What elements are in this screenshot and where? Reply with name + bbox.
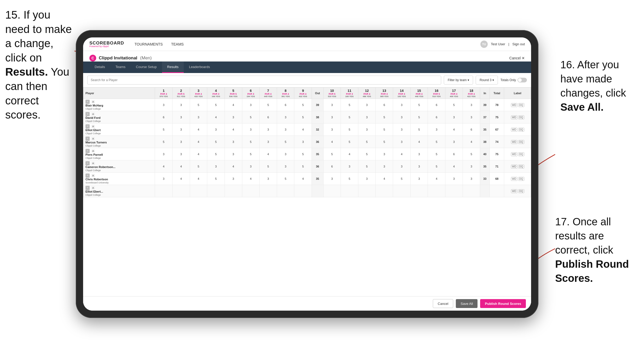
tab-results[interactable]: Results: [162, 61, 184, 73]
score-back-11[interactable]: 5: [341, 124, 358, 136]
score-back-12[interactable]: 3: [358, 111, 376, 124]
score-back-16[interactable]: 6: [428, 99, 445, 111]
score-front-6[interactable]: 5: [242, 111, 260, 124]
score-front-3[interactable]: [190, 185, 207, 197]
score-back-13[interactable]: 3: [376, 160, 393, 173]
cancel-button[interactable]: Cancel: [433, 299, 453, 308]
score-front-9[interactable]: 5: [294, 160, 312, 173]
score-back-16[interactable]: 5: [428, 136, 445, 148]
score-label[interactable]: WD DQ: [504, 148, 531, 160]
score-front-1[interactable]: 4: [155, 160, 172, 173]
score-back-10[interactable]: 3: [323, 111, 341, 124]
score-front-7[interactable]: 3: [260, 136, 277, 148]
filter-team-button[interactable]: Filter by team ▾: [444, 76, 473, 85]
score-front-1[interactable]: 6: [155, 111, 172, 124]
score-back-17[interactable]: 6: [445, 148, 463, 160]
score-back-17[interactable]: 4: [445, 160, 463, 173]
score-back-15[interactable]: [410, 185, 428, 197]
score-back-18[interactable]: 4: [463, 136, 480, 148]
score-front-4[interactable]: 3: [207, 124, 225, 136]
score-front-6[interactable]: 5: [242, 148, 260, 160]
score-front-8[interactable]: 3: [277, 124, 294, 136]
score-front-3[interactable]: 3: [190, 111, 207, 124]
score-front-1[interactable]: 3: [155, 99, 172, 111]
score-front-4[interactable]: 5: [207, 99, 225, 111]
score-back-17[interactable]: 3: [445, 173, 463, 185]
score-front-3[interactable]: 4: [190, 148, 207, 160]
totals-toggle-switch[interactable]: [518, 78, 527, 82]
score-back-15[interactable]: 5: [410, 99, 428, 111]
score-back-18[interactable]: 3: [463, 173, 480, 185]
label-dq[interactable]: DQ: [518, 103, 524, 107]
score-back-17[interactable]: [445, 185, 463, 197]
score-back-10[interactable]: [323, 185, 341, 197]
score-front-5[interactable]: 3: [225, 136, 242, 148]
score-back-18[interactable]: 5: [463, 148, 480, 160]
score-front-7[interactable]: 3: [260, 173, 277, 185]
score-front-9[interactable]: 5: [294, 111, 312, 124]
score-front-5[interactable]: 4: [225, 160, 242, 173]
score-back-14[interactable]: 3: [393, 111, 411, 124]
score-front-8[interactable]: 3: [277, 160, 294, 173]
label-wd[interactable]: WD: [511, 140, 518, 144]
score-front-3[interactable]: 4: [190, 124, 207, 136]
score-front-2[interactable]: 4: [172, 173, 190, 185]
score-front-6[interactable]: 5: [242, 136, 260, 148]
tab-course-setup[interactable]: Course Setup: [131, 61, 162, 73]
score-back-10[interactable]: 3: [323, 124, 341, 136]
score-back-11[interactable]: 5: [341, 136, 358, 148]
score-label[interactable]: WD DQ: [504, 160, 531, 173]
score-back-13[interactable]: 5: [376, 124, 393, 136]
score-front-7[interactable]: 5: [260, 160, 277, 173]
nav-teams[interactable]: TEAMS: [171, 41, 184, 47]
score-back-15[interactable]: 3: [410, 160, 428, 173]
score-front-9[interactable]: 5: [294, 148, 312, 160]
score-front-2[interactable]: 3: [172, 136, 190, 148]
score-front-5[interactable]: 4: [225, 99, 242, 111]
score-front-5[interactable]: 3: [225, 173, 242, 185]
score-back-12[interactable]: 5: [358, 148, 376, 160]
score-front-5[interactable]: 3: [225, 111, 242, 124]
save-all-button[interactable]: Save All: [456, 299, 478, 308]
label-wd[interactable]: WD: [511, 165, 518, 169]
score-front-4[interactable]: 4: [207, 111, 225, 124]
score-back-17[interactable]: 3: [445, 136, 463, 148]
score-back-15[interactable]: 4: [410, 136, 428, 148]
score-back-11[interactable]: 5: [341, 99, 358, 111]
score-front-7[interactable]: 3: [260, 124, 277, 136]
score-back-17[interactable]: 5: [445, 99, 463, 111]
score-front-8[interactable]: 5: [277, 173, 294, 185]
score-back-15[interactable]: 3: [410, 173, 428, 185]
label-dq[interactable]: DQ: [518, 128, 524, 132]
score-front-1[interactable]: 5: [155, 136, 172, 148]
label-dq[interactable]: DQ: [518, 189, 524, 193]
score-front-2[interactable]: 3: [172, 99, 190, 111]
score-front-1[interactable]: [155, 185, 172, 197]
score-front-2[interactable]: 3: [172, 111, 190, 124]
score-back-12[interactable]: [358, 185, 376, 197]
score-label[interactable]: WD DQ: [504, 136, 531, 148]
score-back-13[interactable]: 3: [376, 148, 393, 160]
score-back-12[interactable]: 3: [358, 124, 376, 136]
score-front-8[interactable]: 3: [277, 111, 294, 124]
score-back-14[interactable]: 5: [393, 173, 411, 185]
score-back-15[interactable]: 3: [410, 148, 428, 160]
label-dq[interactable]: DQ: [518, 165, 524, 169]
score-front-2[interactable]: 4: [172, 160, 190, 173]
score-back-13[interactable]: [376, 185, 393, 197]
score-back-13[interactable]: 5: [376, 111, 393, 124]
score-front-7[interactable]: 4: [260, 148, 277, 160]
label-wd[interactable]: WD: [511, 128, 518, 132]
round-selector-button[interactable]: Round 3 ▾: [476, 76, 498, 85]
score-front-1[interactable]: 3: [155, 173, 172, 185]
score-front-6[interactable]: [242, 185, 260, 197]
score-front-6[interactable]: 3: [242, 99, 260, 111]
score-front-4[interactable]: 5: [207, 136, 225, 148]
score-front-3[interactable]: 5: [190, 160, 207, 173]
scorecard-wrapper[interactable]: Player 1PAR 4370 YDS 2PAR 5511 YDS 3PAR …: [83, 87, 531, 296]
score-front-5[interactable]: 4: [225, 124, 242, 136]
score-back-14[interactable]: 4: [393, 148, 411, 160]
score-front-9[interactable]: 3: [294, 136, 312, 148]
score-back-14[interactable]: 3: [393, 136, 411, 148]
score-front-7[interactable]: 6: [260, 111, 277, 124]
